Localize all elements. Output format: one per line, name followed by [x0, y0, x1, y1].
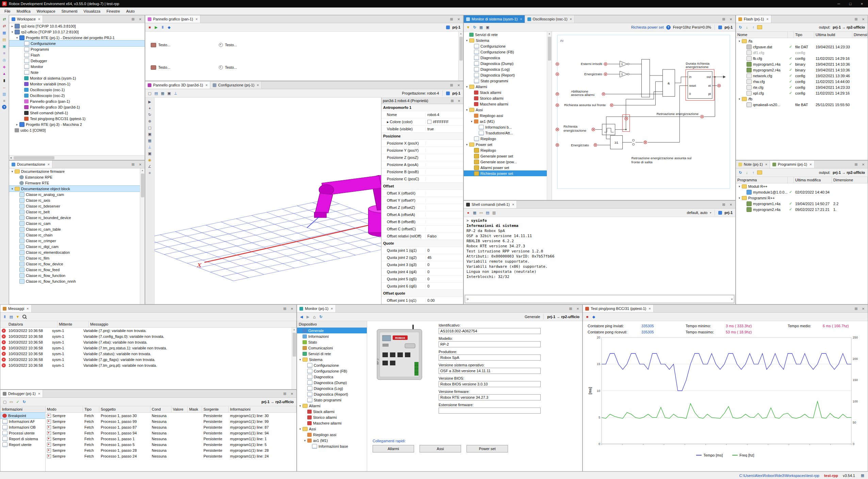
property-value[interactable]: 0: [426, 263, 463, 267]
tree-item[interactable]: Allarmi power set: [464, 165, 552, 170]
tab-workspace[interactable]: Workspace ×: [9, 15, 43, 23]
back-icon[interactable]: [299, 314, 304, 319]
tree-item[interactable]: Monitor variabili (mon-1): [9, 81, 145, 87]
disconnect-icon[interactable]: [2, 23, 7, 29]
tree-item[interactable]: Monitor di sistema (sysm-1): [9, 75, 145, 81]
expander-icon[interactable]: ▾: [465, 143, 469, 146]
property-value[interactable]: 45: [426, 255, 463, 260]
expander-icon[interactable]: ▾: [465, 39, 469, 42]
select-icon[interactable]: [147, 99, 152, 104]
field-input[interactable]: Robox RTE versione 34.27.3: [439, 394, 541, 400]
file-row[interactable]: myprogram1.r4a✓19/04/2021 14:50:272.2: [736, 201, 868, 207]
column-header[interactable]: Valore: [171, 406, 188, 412]
message-row[interactable]: ×10/03/2022 10:36:58sysm-1Variabile (7.e…: [0, 339, 296, 345]
new-icon[interactable]: [147, 90, 152, 96]
breakpoint-row[interactable]: SempreFetchProcesso 1, passo 99NessunaPe…: [46, 418, 296, 424]
panel-widget[interactable]: Testo...: [151, 36, 219, 53]
new-icon[interactable]: [2, 399, 7, 404]
property-row[interactable]: ▸ Colore (color)#FFFFFF: [381, 118, 463, 126]
close-icon[interactable]: ×: [206, 83, 208, 87]
expander-icon[interactable]: ▾: [298, 358, 302, 361]
tree-item[interactable]: Riepilogo assi: [297, 432, 367, 437]
shell-output[interactable]: > sysinfoInformazioni di sistemaRP-2 da …: [464, 217, 735, 294]
column-header[interactable]: Modo: [46, 406, 83, 412]
close-icon[interactable]: [861, 162, 866, 167]
filter-icon[interactable]: [465, 24, 471, 30]
panel-icon[interactable]: [166, 24, 172, 30]
tree-item[interactable]: Generale power set: [464, 153, 552, 159]
tree-item[interactable]: Diagnostica (Log): [297, 385, 367, 391]
grid-icon[interactable]: [147, 138, 152, 143]
pin-icon[interactable]: [721, 16, 726, 22]
tree-item[interactable]: Note: [9, 69, 145, 75]
refresh-icon[interactable]: [318, 314, 324, 319]
sidebar-item-informazioni-ob[interactable]: Informazioni OB: [0, 424, 45, 430]
column-header[interactable]: Nome: [736, 32, 788, 38]
tree-item[interactable]: ▾Sistema: [297, 357, 367, 362]
close-icon[interactable]: [728, 16, 734, 22]
close-icon[interactable]: ×: [809, 162, 812, 166]
tree-item[interactable]: Informazioni base: [297, 443, 367, 449]
column-header[interactable]: [788, 32, 794, 38]
close-icon[interactable]: ×: [195, 17, 197, 21]
tree-item[interactable]: ▾ax1 (M1): [297, 437, 367, 443]
tree-item[interactable]: Classe rc_elementlocation: [9, 249, 145, 255]
refresh-icon[interactable]: [738, 170, 743, 175]
sidebar-item-processi-utente[interactable]: Processi utente: [0, 430, 45, 436]
breakpoint-checkbox-icon[interactable]: [47, 443, 51, 447]
fwd-icon[interactable]: [305, 314, 311, 319]
tree-item[interactable]: ▾ax1 (M1): [464, 118, 552, 124]
documentation-icon[interactable]: [2, 91, 7, 97]
tree-item[interactable]: ▸rp2-loris [TCP/IP 10.0.45.3:8100]: [9, 23, 145, 29]
folder-icon[interactable]: [757, 25, 762, 29]
property-row[interactable]: Posizione X (posX): [381, 140, 463, 147]
menu-modifica[interactable]: Modifica: [14, 8, 34, 14]
tab-osc-1[interactable]: Oscilloscopio (osc-1) ×: [525, 15, 575, 23]
property-value[interactable]: 0: [426, 284, 463, 288]
sidebar-item-report-utente[interactable]: Report utente: [0, 442, 45, 447]
close-icon[interactable]: [137, 162, 143, 167]
property-row[interactable]: Visibile (visible)true: [381, 126, 463, 133]
menu-file[interactable]: File: [1, 8, 14, 14]
field-input[interactable]: OSF a 32bit versione 14.11.11: [439, 368, 541, 374]
expander-icon[interactable]: ▾: [470, 120, 474, 123]
tree-item[interactable]: Monitor: [9, 64, 145, 69]
breakpoint-row[interactable]: SempreFetchProcesso 1, passo 94NessunaPe…: [46, 430, 296, 436]
column-header[interactable]: Soggetto: [99, 406, 150, 412]
help-icon[interactable]: [666, 25, 671, 30]
breakpoint-row[interactable]: SempreFetchProcesso 1, passo 28NessunaPe…: [46, 447, 296, 453]
column-header[interactable]: Informazioni: [229, 406, 296, 412]
tree-item[interactable]: ▾rp2-ufficio [TCP/IP 10.0.17.2:8100]: [9, 29, 145, 35]
refresh-icon[interactable]: [738, 24, 743, 30]
oscilloscope-icon[interactable]: [2, 57, 7, 63]
settings-icon[interactable]: [147, 170, 152, 176]
ping-pong-icon[interactable]: [2, 84, 7, 90]
property-value[interactable]: #FFFFFF: [426, 120, 463, 124]
tree-item[interactable]: Informazioni b...: [464, 124, 552, 130]
property-section[interactable]: Offset: [381, 183, 463, 190]
close-icon[interactable]: ×: [38, 17, 40, 21]
breakpoint-row[interactable]: SempreFetchProcesso 1, passo 87NessunaPe…: [46, 424, 296, 430]
expander-icon[interactable]: ▸: [10, 24, 14, 28]
file-row[interactable]: ▾/fa: [736, 38, 868, 44]
tree-item[interactable]: ▾Progetto RTE (prj-1) - Descrizione del …: [9, 35, 145, 40]
tree-item[interactable]: Riepilogo: [464, 136, 552, 142]
down-icon[interactable]: [744, 170, 750, 175]
tree-item[interactable]: ▾Assi: [464, 107, 552, 113]
file-row[interactable]: rte.cfg✓config19/04/2021 14:23:33: [736, 84, 868, 90]
sidebar-item-report-di-sistema[interactable]: Report di sistema: [0, 436, 45, 442]
tree-item[interactable]: Diagnostica: [464, 55, 552, 61]
tree-item[interactable]: Richiesta power set: [464, 170, 552, 176]
tree-item[interactable]: Classe rc_analog_cam: [9, 192, 145, 197]
assi-button[interactable]: Assi: [420, 445, 461, 452]
expander-icon[interactable]: ▾: [298, 404, 302, 408]
tree-item[interactable]: Configurazione (FB): [464, 49, 552, 55]
help-icon[interactable]: [2, 105, 6, 109]
record-icon[interactable]: [465, 210, 471, 215]
tab-programmi-prj1[interactable]: Programmi (prj-1) ×: [770, 161, 815, 168]
pin-icon[interactable]: [568, 306, 573, 311]
property-row[interactable]: Offset Z (offsetZ): [381, 204, 463, 211]
tree-item[interactable]: ▾Power set: [464, 142, 552, 147]
tree-item[interactable]: ▸Progetto RTE (prj-3) - Macchina 2: [9, 121, 145, 127]
tree-item[interactable]: ▾Assi: [297, 426, 367, 432]
